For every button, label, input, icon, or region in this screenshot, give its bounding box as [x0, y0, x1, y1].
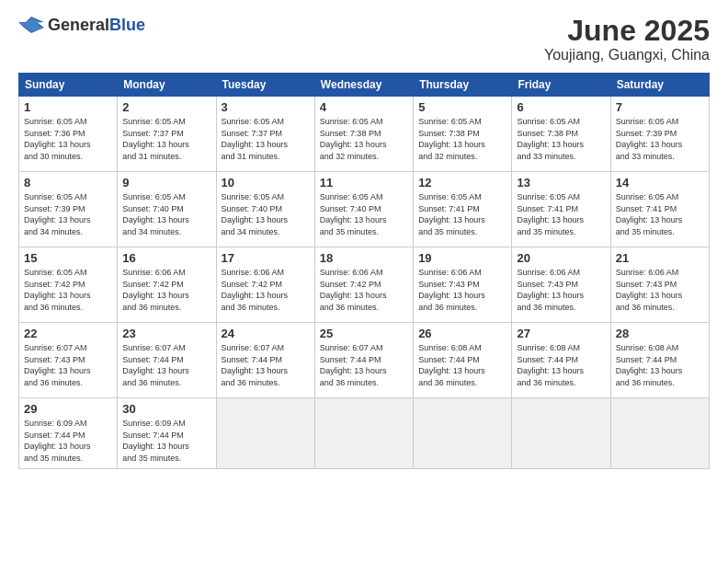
- header: GeneralBlue June 2025 Youjiang, Guangxi,…: [18, 15, 710, 63]
- logo-bird-icon: [18, 15, 44, 35]
- day-info: Sunrise: 6:09 AM Sunset: 7:44 PM Dayligh…: [24, 418, 112, 464]
- day-info: Sunrise: 6:08 AM Sunset: 7:44 PM Dayligh…: [418, 342, 506, 388]
- day-info: Sunrise: 6:06 AM Sunset: 7:43 PM Dayligh…: [616, 267, 704, 313]
- col-wednesday: Wednesday: [314, 74, 413, 97]
- day-info: Sunrise: 6:05 AM Sunset: 7:40 PM Dayligh…: [222, 191, 310, 237]
- calendar-cell: 11Sunrise: 6:05 AM Sunset: 7:40 PM Dayli…: [314, 172, 413, 247]
- day-info: Sunrise: 6:05 AM Sunset: 7:41 PM Dayligh…: [517, 191, 605, 237]
- col-saturday: Saturday: [610, 74, 709, 97]
- day-info: Sunrise: 6:05 AM Sunset: 7:38 PM Dayligh…: [418, 116, 506, 162]
- day-number: 3: [222, 100, 310, 114]
- day-info: Sunrise: 6:05 AM Sunset: 7:37 PM Dayligh…: [122, 116, 210, 162]
- day-number: 2: [122, 100, 210, 114]
- calendar-cell: 16Sunrise: 6:06 AM Sunset: 7:42 PM Dayli…: [118, 247, 216, 323]
- col-friday: Friday: [512, 74, 610, 97]
- day-info: Sunrise: 6:06 AM Sunset: 7:43 PM Dayligh…: [517, 267, 605, 313]
- col-monday: Monday: [118, 74, 216, 97]
- day-info: Sunrise: 6:07 AM Sunset: 7:44 PM Dayligh…: [222, 342, 310, 388]
- day-info: Sunrise: 6:05 AM Sunset: 7:38 PM Dayligh…: [517, 116, 605, 162]
- calendar-cell: 24Sunrise: 6:07 AM Sunset: 7:44 PM Dayli…: [216, 323, 314, 398]
- day-info: Sunrise: 6:07 AM Sunset: 7:43 PM Dayligh…: [24, 342, 112, 388]
- logo-blue: Blue: [109, 16, 145, 34]
- calendar-cell: 4Sunrise: 6:05 AM Sunset: 7:38 PM Daylig…: [314, 97, 413, 172]
- day-number: 28: [616, 327, 704, 340]
- calendar-cell: 25Sunrise: 6:07 AM Sunset: 7:44 PM Dayli…: [314, 323, 413, 398]
- calendar-week-2: 8Sunrise: 6:05 AM Sunset: 7:39 PM Daylig…: [19, 172, 710, 247]
- title-block: June 2025 Youjiang, Guangxi, China: [544, 15, 710, 63]
- calendar-cell: [610, 398, 709, 468]
- day-info: Sunrise: 6:08 AM Sunset: 7:44 PM Dayligh…: [517, 342, 605, 388]
- day-info: Sunrise: 6:05 AM Sunset: 7:37 PM Dayligh…: [222, 116, 310, 162]
- calendar-week-3: 15Sunrise: 6:05 AM Sunset: 7:42 PM Dayli…: [19, 247, 710, 323]
- day-number: 15: [24, 251, 112, 265]
- day-number: 6: [517, 100, 605, 114]
- logo: GeneralBlue: [18, 15, 145, 35]
- day-info: Sunrise: 6:05 AM Sunset: 7:42 PM Dayligh…: [24, 267, 112, 313]
- day-number: 13: [517, 176, 605, 190]
- col-thursday: Thursday: [414, 74, 512, 97]
- calendar-week-1: 1Sunrise: 6:05 AM Sunset: 7:36 PM Daylig…: [19, 97, 710, 172]
- day-number: 21: [616, 251, 704, 265]
- calendar-cell: [314, 398, 413, 468]
- day-info: Sunrise: 6:07 AM Sunset: 7:44 PM Dayligh…: [122, 342, 210, 388]
- calendar-cell: [512, 398, 610, 468]
- day-number: 1: [24, 100, 112, 114]
- calendar-cell: 23Sunrise: 6:07 AM Sunset: 7:44 PM Dayli…: [118, 323, 216, 398]
- calendar-cell: 18Sunrise: 6:06 AM Sunset: 7:42 PM Dayli…: [314, 247, 413, 323]
- day-number: 24: [222, 327, 310, 340]
- day-number: 9: [122, 176, 210, 190]
- calendar-cell: 27Sunrise: 6:08 AM Sunset: 7:44 PM Dayli…: [512, 323, 610, 398]
- location-title: Youjiang, Guangxi, China: [544, 47, 710, 63]
- calendar-cell: 2Sunrise: 6:05 AM Sunset: 7:37 PM Daylig…: [118, 97, 216, 172]
- day-number: 22: [24, 327, 112, 340]
- day-number: 16: [122, 251, 210, 265]
- day-number: 30: [122, 402, 210, 416]
- day-info: Sunrise: 6:05 AM Sunset: 7:39 PM Dayligh…: [616, 116, 704, 162]
- calendar-cell: 26Sunrise: 6:08 AM Sunset: 7:44 PM Dayli…: [414, 323, 512, 398]
- day-number: 29: [24, 402, 112, 416]
- calendar-cell: 28Sunrise: 6:08 AM Sunset: 7:44 PM Dayli…: [610, 323, 709, 398]
- calendar-cell: 12Sunrise: 6:05 AM Sunset: 7:41 PM Dayli…: [414, 172, 512, 247]
- calendar-cell: 8Sunrise: 6:05 AM Sunset: 7:39 PM Daylig…: [19, 172, 118, 247]
- day-number: 19: [418, 251, 506, 265]
- day-info: Sunrise: 6:05 AM Sunset: 7:41 PM Dayligh…: [418, 191, 506, 237]
- calendar-week-5: 29Sunrise: 6:09 AM Sunset: 7:44 PM Dayli…: [19, 398, 710, 468]
- day-info: Sunrise: 6:05 AM Sunset: 7:40 PM Dayligh…: [122, 191, 210, 237]
- calendar-cell: 3Sunrise: 6:05 AM Sunset: 7:37 PM Daylig…: [216, 97, 314, 172]
- day-number: 18: [320, 251, 408, 265]
- calendar-week-4: 22Sunrise: 6:07 AM Sunset: 7:43 PM Dayli…: [19, 323, 710, 398]
- day-number: 11: [320, 176, 408, 190]
- day-info: Sunrise: 6:07 AM Sunset: 7:44 PM Dayligh…: [320, 342, 408, 388]
- calendar-cell: 7Sunrise: 6:05 AM Sunset: 7:39 PM Daylig…: [610, 97, 709, 172]
- logo-general: General: [48, 16, 109, 34]
- calendar-cell: 1Sunrise: 6:05 AM Sunset: 7:36 PM Daylig…: [19, 97, 118, 172]
- day-info: Sunrise: 6:05 AM Sunset: 7:36 PM Dayligh…: [24, 116, 112, 162]
- calendar-cell: 29Sunrise: 6:09 AM Sunset: 7:44 PM Dayli…: [19, 398, 118, 468]
- day-number: 12: [418, 176, 506, 190]
- calendar-cell: 9Sunrise: 6:05 AM Sunset: 7:40 PM Daylig…: [118, 172, 216, 247]
- day-number: 27: [517, 327, 605, 340]
- day-number: 14: [616, 176, 704, 190]
- day-number: 10: [222, 176, 310, 190]
- day-info: Sunrise: 6:08 AM Sunset: 7:44 PM Dayligh…: [616, 342, 704, 388]
- calendar-cell: 20Sunrise: 6:06 AM Sunset: 7:43 PM Dayli…: [512, 247, 610, 323]
- day-info: Sunrise: 6:05 AM Sunset: 7:38 PM Dayligh…: [320, 116, 408, 162]
- col-tuesday: Tuesday: [216, 74, 314, 97]
- calendar-cell: 19Sunrise: 6:06 AM Sunset: 7:43 PM Dayli…: [414, 247, 512, 323]
- calendar-cell: 22Sunrise: 6:07 AM Sunset: 7:43 PM Dayli…: [19, 323, 118, 398]
- calendar-table: Sunday Monday Tuesday Wednesday Thursday…: [18, 73, 710, 468]
- day-info: Sunrise: 6:06 AM Sunset: 7:42 PM Dayligh…: [320, 267, 408, 313]
- calendar-cell: 10Sunrise: 6:05 AM Sunset: 7:40 PM Dayli…: [216, 172, 314, 247]
- day-info: Sunrise: 6:06 AM Sunset: 7:42 PM Dayligh…: [122, 267, 210, 313]
- calendar-cell: 6Sunrise: 6:05 AM Sunset: 7:38 PM Daylig…: [512, 97, 610, 172]
- calendar-cell: 17Sunrise: 6:06 AM Sunset: 7:42 PM Dayli…: [216, 247, 314, 323]
- calendar-cell: 21Sunrise: 6:06 AM Sunset: 7:43 PM Dayli…: [610, 247, 709, 323]
- header-row: Sunday Monday Tuesday Wednesday Thursday…: [19, 74, 710, 97]
- page: GeneralBlue June 2025 Youjiang, Guangxi,…: [0, 0, 728, 563]
- day-info: Sunrise: 6:09 AM Sunset: 7:44 PM Dayligh…: [122, 418, 210, 464]
- calendar-cell: 30Sunrise: 6:09 AM Sunset: 7:44 PM Dayli…: [118, 398, 216, 468]
- calendar-cell: [216, 398, 314, 468]
- calendar-cell: 5Sunrise: 6:05 AM Sunset: 7:38 PM Daylig…: [414, 97, 512, 172]
- day-info: Sunrise: 6:06 AM Sunset: 7:43 PM Dayligh…: [418, 267, 506, 313]
- day-number: 26: [418, 327, 506, 340]
